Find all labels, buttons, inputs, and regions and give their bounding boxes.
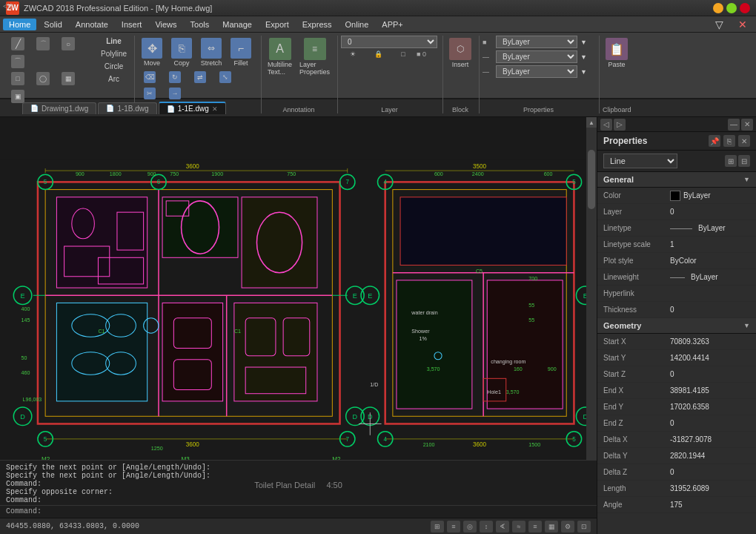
prop-length-value[interactable]: 31952.6089 <box>670 484 750 492</box>
multiline-text-btn[interactable]: A MultilineText... <box>265 36 295 78</box>
paste-btn[interactable]: 📋 Paste <box>603 36 631 70</box>
menu-close-app[interactable]: ✕ <box>732 17 753 32</box>
props-quick-sel-btn[interactable]: ⊞ <box>725 155 737 167</box>
title-controls[interactable] <box>713 3 750 13</box>
line-label-btn[interactable]: Line <box>98 36 130 47</box>
prop-deltax-value[interactable]: -31827.9078 <box>670 435 750 444</box>
props-pin-btn[interactable]: 📌 <box>709 135 720 147</box>
polyline-tool-btn[interactable]: ⌒ <box>31 36 55 52</box>
linetype-dropdown[interactable]: ByLayer <box>496 50 577 63</box>
doc-tab-1b[interactable]: 📄 1-1B.dwg <box>98 102 156 114</box>
prop-plotstyle-value[interactable]: ByColor <box>670 257 750 265</box>
prop-startx-value[interactable]: 70809.3263 <box>670 337 750 346</box>
menu-solid[interactable]: Solid <box>38 19 67 30</box>
props-filter-btn[interactable]: ⊟ <box>738 155 750 167</box>
prop-startz-value[interactable]: 0 <box>670 370 750 378</box>
status-grid-icon[interactable]: ⊞ <box>431 521 444 533</box>
status-otrack-icon[interactable]: ∢ <box>496 521 509 533</box>
prop-deltaz-value[interactable]: 0 <box>670 468 750 476</box>
layer-props-btn[interactable]: ≡ LayerProperties <box>296 36 333 78</box>
status-dyn-icon[interactable]: ▦ <box>545 521 558 533</box>
arc-tool-btn[interactable]: ⌒ <box>6 53 30 70</box>
props-copy-btn[interactable]: ⎘ <box>723 135 735 147</box>
command-input[interactable] <box>44 507 591 515</box>
prop-endy-value[interactable]: 17020.6358 <box>670 403 750 411</box>
status-snap-icon[interactable]: ≡ <box>447 521 460 533</box>
status-polar-icon[interactable]: ↕ <box>480 521 493 533</box>
scroll-v-thumb[interactable] <box>588 150 595 209</box>
vertical-scrollbar[interactable]: ▲ ▼ <box>586 117 597 501</box>
prop-layer-value[interactable]: 0 <box>670 208 750 216</box>
hatch-tool-btn[interactable]: ▦ <box>56 70 80 87</box>
color-dropdown[interactable]: ByLayer <box>496 36 577 48</box>
stretch-btn[interactable]: ⇔ Stretch <box>197 36 225 69</box>
object-type-select[interactable]: Line <box>603 154 677 168</box>
scale-btn[interactable]: ⤡ <box>213 70 237 85</box>
prop-color-value[interactable]: ByLayer <box>683 191 750 200</box>
prop-angle-value[interactable]: 175 <box>670 501 750 509</box>
prop-ltscale-value[interactable]: 1 <box>670 240 750 248</box>
status-ortho-icon[interactable]: ◎ <box>463 521 477 533</box>
prop-deltay-value[interactable]: 2820.1944 <box>670 452 750 460</box>
status-display-icon[interactable]: ⊡ <box>577 521 591 533</box>
prop-endz-value[interactable]: 0 <box>670 419 750 427</box>
copy-btn[interactable]: ⎘ Copy <box>168 36 196 69</box>
menu-app[interactable]: APP+ <box>376 19 408 30</box>
status-settings-icon[interactable]: ⚙ <box>561 521 574 533</box>
lineweight-dropdown[interactable]: ByLayer <box>496 65 577 78</box>
erase-btn[interactable]: ⌫ <box>138 70 162 85</box>
prop-lineweight-value[interactable]: ByLayer <box>691 273 750 281</box>
panel-nav-left-btn[interactable]: ◁ <box>600 119 612 131</box>
menu-insert[interactable]: Insert <box>116 19 148 30</box>
close-button[interactable] <box>740 3 750 13</box>
menu-tools[interactable]: Tools <box>185 19 216 30</box>
maximize-button[interactable] <box>726 3 737 13</box>
panel-nav-right-btn[interactable]: ▷ <box>614 119 626 131</box>
circle-tool-btn[interactable]: ○ <box>56 36 80 52</box>
nav-prev-btn[interactable]: ◁ <box>3 1 9 10</box>
menu-online[interactable]: Online <box>339 19 375 30</box>
menu-views[interactable]: Views <box>149 19 182 30</box>
move-btn[interactable]: ✥ Move <box>138 36 166 69</box>
circle-label-btn[interactable]: Circle <box>98 61 130 72</box>
insert-btn[interactable]: ⬡ Insert <box>446 36 474 70</box>
fillet-btn[interactable]: ⌐ Fillet <box>227 36 255 69</box>
menu-annotate[interactable]: Annotate <box>70 19 114 30</box>
polyline-label-btn[interactable]: Polyline <box>98 48 130 59</box>
nav-next-btn[interactable]: ▷ <box>10 1 16 10</box>
panel-close-btn[interactable]: ✕ <box>741 119 753 131</box>
menu-export[interactable]: Export <box>259 19 295 30</box>
minimize-button[interactable] <box>713 3 723 13</box>
menu-express[interactable]: Express <box>296 19 338 30</box>
arc-label-btn[interactable]: Arc <box>98 73 130 85</box>
panel-minimize-btn[interactable]: — <box>728 119 740 131</box>
scroll-up-arrow[interactable]: ▲ <box>586 117 597 128</box>
doc-tab-close-btn[interactable]: ✕ <box>212 105 218 113</box>
menu-minimize-ribbon[interactable]: ▽ <box>709 17 729 32</box>
line-tool-btn[interactable]: ╱ <box>6 36 30 52</box>
status-osnap-icon[interactable]: ≈ <box>512 521 525 533</box>
menu-manage[interactable]: Manage <box>216 19 258 30</box>
menu-home[interactable]: Home <box>3 19 36 30</box>
prop-endx-value[interactable]: 38981.4185 <box>670 386 750 395</box>
canvas-area[interactable]: 3600 3600 5 6 7 5 7 E E D D <box>0 117 597 534</box>
mirror-btn[interactable]: ⇌ <box>188 70 212 85</box>
prop-thickness-value[interactable]: 0 <box>670 306 750 314</box>
prop-starty-value[interactable]: 14200.4414 <box>670 354 750 362</box>
layer-ctrl-btn3[interactable]: □ <box>391 50 415 59</box>
doc-tab-drawing1[interactable]: 📄 Drawing1.dwg <box>22 102 96 114</box>
status-lwt-icon[interactable]: ≡ <box>528 521 542 533</box>
ellipse-tool-btn[interactable]: ◯ <box>31 70 55 87</box>
rotate-btn[interactable]: ↻ <box>163 70 187 85</box>
prop-linetype-value[interactable]: ByLayer <box>698 224 750 232</box>
extend-btn[interactable]: → <box>163 86 187 101</box>
general-section-header[interactable]: General ▼ <box>597 172 756 188</box>
geometry-section-header[interactable]: Geometry ▼ <box>597 318 756 334</box>
layer-dropdown[interactable]: 0 <box>341 36 437 48</box>
props-close-btn[interactable]: ✕ <box>738 135 750 147</box>
layer-ctrl-btn2[interactable]: 🔒 <box>366 50 390 59</box>
rect-tool-btn[interactable]: □ <box>6 70 30 87</box>
doc-tab-1e[interactable]: 📄 1-1E.dwg ✕ <box>159 102 226 114</box>
layer-ctrl-btn1[interactable]: ☀ <box>341 50 365 59</box>
trim-btn[interactable]: ✂ <box>138 86 162 101</box>
